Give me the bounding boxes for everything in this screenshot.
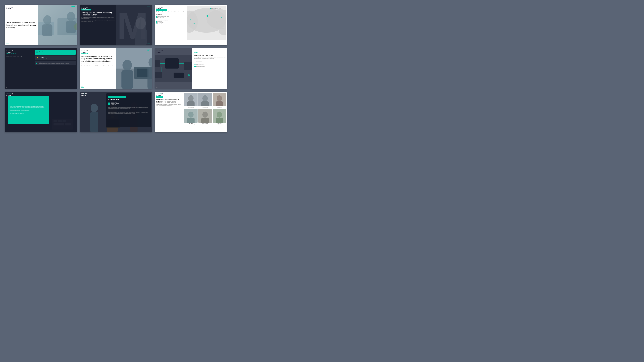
run-icon: ▶ (36, 62, 38, 64)
fact-item: Tampa, FL, USA (156, 23, 186, 24)
svg-rect-26 (122, 70, 133, 89)
farm-details: Customer: Fiduciary Headquarters: Switze… (108, 102, 149, 105)
conn-title: CONNECTIVITY BEYOND (194, 54, 226, 56)
logo-mark-9: SYSTEM CREW (156, 93, 163, 96)
slide-4-left: CLEAR APPROACH You can trust our talente… (6, 53, 30, 57)
fact-dot (156, 22, 157, 23)
fact-text: Baar, Switzerland (157, 21, 162, 22)
fact-item: Baar, Switzerland (156, 21, 186, 22)
svg-rect-4 (42, 24, 52, 36)
fact-dot (156, 23, 157, 24)
slide-grid: SYSTEM CREW (5, 5, 227, 132)
svg-point-73 (188, 112, 194, 118)
plan-icon: ☰ (36, 51, 38, 53)
fact-text: We are international with 8+ languages s… (157, 24, 171, 26)
slide-9: SYSTEM CREW ABOUT US We're the invisible… (155, 92, 227, 132)
slide-2-body1: we take an iterative approach to enhance… (82, 17, 115, 19)
svg-rect-35 (184, 62, 192, 70)
svg-rect-47 (54, 120, 57, 122)
hq-label-text: Headquarters Rosenheim, Germany (211, 8, 222, 9)
conn-dash (194, 63, 196, 63)
svg-point-21 (190, 19, 191, 20)
slide-1-num: 01 (6, 44, 8, 44)
fact-item: A team of 60+ specialists (156, 17, 186, 18)
team-grid: LAURA HERRMANN Business Operations Germa… (184, 93, 226, 125)
facts-list: Founded in 2018 in Rosenheim, GermanyA t… (156, 16, 186, 26)
farm-body3: In response, we embarked on a project to… (108, 112, 149, 114)
fact-item: Headquarters in Rosenheim, Germany (156, 20, 186, 21)
slide-8: SYSTEM CREW ARCHITECTURE AND PROVISIONIN… (80, 92, 152, 132)
conn-item: LAN connectivity (194, 60, 226, 62)
svg-point-67 (202, 95, 208, 101)
slide-2: SYSTEM CREW M INTRODUCTION A totally rel (80, 5, 152, 45)
dark-panel: ARCHITECTURE AND PROVISIONING Citrix Far… (106, 93, 151, 127)
svg-rect-59 (90, 112, 98, 132)
slide-3-map: Headquarters Rosenheim, Germany (186, 6, 226, 40)
conn-item: Cellular connectivity (194, 64, 226, 66)
svg-rect-34 (165, 58, 179, 68)
svg-rect-28 (137, 68, 149, 77)
fact-dot (156, 20, 157, 20)
svg-rect-49 (62, 120, 66, 122)
fact-dot (156, 19, 157, 19)
fact-dot (156, 21, 157, 22)
member-4: ANNE JAROSZ Business Operations Germany (184, 109, 198, 125)
step-build: ⚡ BUILD Implementing the plan by assembl… (34, 55, 76, 60)
slide-2-photo: M (116, 5, 152, 45)
slide-9-content: ABOUT US We're the invisible strength be… (156, 95, 182, 106)
logo-7: SYSTEM CREW (6, 93, 13, 96)
svg-point-3 (43, 15, 51, 25)
svg-rect-77 (202, 118, 209, 123)
member-3-role: Business Operations Costa Rica (213, 108, 226, 108)
avatar-4 (184, 109, 198, 123)
svg-rect-65 (187, 101, 195, 106)
slide-4-num: 03 (6, 87, 8, 88)
panel-text: You can trust our talented team to work … (6, 55, 30, 57)
svg-point-44 (188, 74, 190, 76)
slide-1-title: We're a specialist IT Team that will kee… (6, 21, 37, 29)
conn-item-text: Unified communications (196, 66, 205, 67)
conn-items: LAN connectivityWAN connectivityCellular… (194, 60, 226, 67)
svg-point-22 (221, 17, 222, 18)
conn-desc: After a thorough analysis of your curren… (194, 57, 226, 59)
fact-text: San Jose, Costa Rica (157, 22, 164, 23)
badge-text: Specialist, dependable experts support o… (156, 11, 186, 12)
run-label: RUN (39, 62, 70, 63)
slide-3: SYSTEM CREW (155, 5, 227, 45)
member-2: RAINER SCHULZ Business Operations German… (198, 93, 212, 108)
conn-item: WAN connectivity (194, 62, 226, 64)
conn-dash (194, 66, 196, 67)
svg-point-76 (202, 112, 208, 118)
svg-point-70 (217, 95, 222, 101)
member-1-role: Business Operations Germany (184, 108, 198, 108)
logo-4: SYSTEM CREW (6, 50, 13, 53)
arch-badge: ARCHITECTURE AND PROVISIONING (108, 96, 126, 98)
logo-6: SYSTEM CREW (156, 50, 163, 53)
conn-icon: ◈◈ (194, 51, 226, 54)
slide-6: SYSTEM CREW (155, 48, 227, 89)
slide-5-photo (116, 48, 152, 89)
deco-2-br (148, 43, 150, 44)
conn-item-text: Cellular connectivity (196, 64, 204, 66)
svg-rect-36 (155, 72, 162, 78)
slide-2-content: INTRODUCTION A totally reliable and self… (82, 8, 115, 23)
svg-rect-71 (216, 101, 223, 106)
svg-point-58 (91, 104, 98, 112)
slide-7: SYSTEM CREW "System Crew (5, 92, 77, 132)
svg-rect-74 (187, 118, 195, 123)
svg-point-79 (217, 112, 222, 118)
deco-2-tr (147, 6, 150, 7)
avatar-5 (198, 109, 212, 123)
farm-body2: Specifically, we recognised the need to … (108, 110, 149, 112)
fact-item: San Jose, Costa Rica (156, 22, 186, 23)
conn-item-text: LAN connectivity (196, 60, 202, 62)
slide-2-body2: We're always there, but always in the ba… (82, 20, 115, 22)
member-2-role: Business Operations Germany (198, 108, 212, 108)
slide-4: SYSTEM CREW CLEAR APPROACH You can trust… (5, 48, 77, 89)
step-plan: ☰ PLAN Developing a strategy by defining… (34, 50, 76, 55)
slide-5-body2: Our ambition is to blend into the backgr… (82, 65, 113, 67)
fact-item: Founded in 2018 in Rosenheim, Germany (156, 16, 186, 17)
logo-2: SYSTEM CREW (82, 6, 88, 10)
logo-mark-7: SYSTEM CREW (6, 93, 13, 96)
slide-6-num: 05 (156, 87, 158, 88)
